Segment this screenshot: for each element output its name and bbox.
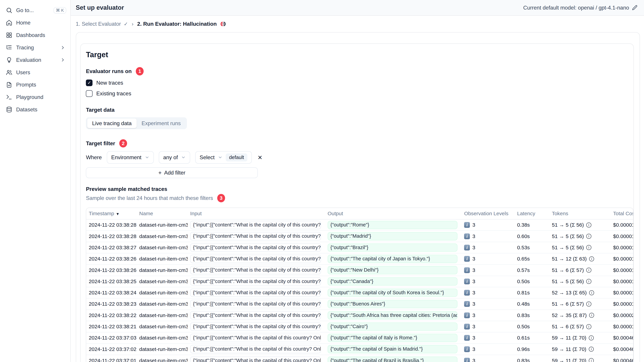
col-name[interactable]: Name: [137, 211, 188, 216]
input-chip[interactable]: {"input":[{"content":"What is the capita…: [190, 244, 321, 252]
output-chip[interactable]: {"output":"Cairo"}: [328, 323, 458, 331]
table-row[interactable]: 2024-11-22 03:38:22 dataset-run-item-cm3…: [86, 310, 633, 321]
output-chip[interactable]: {"output":"The capital of Brazil is Bras…: [328, 357, 458, 362]
table-row[interactable]: 2024-11-22 03:38:24 dataset-run-item-cm3…: [86, 287, 633, 299]
input-chip[interactable]: {"input":[{"content":"What is the capita…: [190, 345, 321, 353]
go-to-search[interactable]: Go to... ⌘ K: [0, 4, 70, 16]
col-tokens[interactable]: Tokens: [550, 211, 611, 216]
cell-observation-levels: i 3: [462, 313, 515, 318]
evaluation-icon: [6, 57, 12, 63]
info-circle-icon[interactable]: i: [589, 358, 594, 362]
info-circle-icon[interactable]: i: [589, 336, 594, 340]
input-chip[interactable]: {"input":[{"content":"What is the capita…: [190, 357, 321, 362]
output-chip[interactable]: {"output":"Madrid"}: [328, 232, 458, 240]
add-filter-button[interactable]: + Add filter: [86, 167, 258, 178]
tab-live-tracing-data[interactable]: Live tracing data: [87, 118, 137, 128]
table-row[interactable]: 2024-11-22 03:38:28 dataset-run-item-cm3…: [86, 220, 633, 231]
table-row[interactable]: 2024-11-22 03:37:01 dataset-run-item-cm3…: [86, 355, 633, 362]
input-chip[interactable]: {"input":[{"content":"What is the capita…: [190, 323, 321, 331]
output-chip[interactable]: {"output":"Canada"}: [328, 277, 458, 286]
input-chip[interactable]: {"input":[{"content":"What is the capita…: [190, 277, 321, 286]
input-chip[interactable]: {"input":[{"content":"What is the capita…: [190, 300, 321, 308]
cell-timestamp: 2024-11-22 03:38:26: [86, 267, 137, 273]
sidebar-item-dashboards[interactable]: Dashboards: [0, 29, 70, 41]
checkbox-checked-icon[interactable]: ✓: [86, 79, 92, 86]
table-row[interactable]: 2024-11-22 03:38:25 dataset-run-item-cm3…: [86, 276, 633, 287]
sidebar-item-datasets[interactable]: Datasets: [0, 103, 70, 116]
breadcrumb-step-1[interactable]: 1. Select Evaluator ✓: [76, 21, 128, 27]
datasets-icon: [6, 106, 12, 113]
info-circle-icon[interactable]: i: [586, 234, 591, 239]
col-total-cost[interactable]: Total Cost: [610, 211, 633, 216]
cell-input: {"input":[{"content":"What is the capita…: [188, 311, 325, 320]
col-input[interactable]: Input: [188, 211, 325, 216]
checkbox-existing-traces[interactable]: Existing traces: [86, 90, 633, 97]
info-circle-icon[interactable]: i: [586, 302, 591, 307]
remove-filter-icon[interactable]: ✕: [257, 154, 263, 161]
cell-tokens: 51 → 5 (Σ 56) i: [550, 279, 611, 284]
output-chip[interactable]: {"output":"The capital of Spain is Madri…: [328, 345, 458, 353]
cell-timestamp: 2024-11-22 03:38:25: [86, 279, 137, 284]
output-chip[interactable]: {"output":"South Africa has three capita…: [328, 311, 458, 320]
output-chip[interactable]: {"output":"The capital city of South Kor…: [328, 289, 458, 297]
info-circle-icon[interactable]: i: [589, 347, 594, 352]
info-circle-icon[interactable]: i: [586, 223, 591, 228]
checkbox-unchecked-icon[interactable]: [86, 90, 92, 97]
input-chip[interactable]: {"input":[{"content":"What is the capita…: [190, 334, 321, 342]
col-timestamp[interactable]: Timestamp▼: [86, 211, 137, 216]
filter-column-select[interactable]: Environment: [107, 151, 154, 164]
col-output[interactable]: Output: [325, 211, 462, 216]
table-row[interactable]: 2024-11-22 03:38:28 dataset-run-item-cm3…: [86, 231, 633, 242]
input-chip[interactable]: {"input":[{"content":"What is the capita…: [190, 221, 321, 229]
output-chip[interactable]: {"output":"The capital of Italy is Rome.…: [328, 334, 458, 342]
col-latency[interactable]: Latency: [515, 211, 550, 216]
input-chip[interactable]: {"input":[{"content":"What is the capita…: [190, 266, 321, 274]
info-circle-icon[interactable]: i: [586, 324, 591, 329]
info-circle-icon[interactable]: i: [586, 268, 591, 273]
table-row[interactable]: 2024-11-22 03:37:03 dataset-run-item-cm3…: [86, 332, 633, 344]
info-circle-icon[interactable]: i: [589, 290, 594, 295]
cell-name: dataset-run-item-cm3s4: [137, 279, 188, 284]
table-row[interactable]: 2024-11-22 03:38:26 dataset-run-item-cm3…: [86, 265, 633, 276]
cell-output: {"output":"Rome"}: [325, 221, 462, 229]
tab-experiment-runs[interactable]: Experiment runs: [137, 118, 186, 128]
info-circle-icon[interactable]: i: [589, 313, 594, 318]
input-chip[interactable]: {"input":[{"content":"What is the capita…: [190, 255, 321, 263]
table-row[interactable]: 2024-11-22 03:38:21 dataset-run-item-cm3…: [86, 321, 633, 332]
sidebar-item-users[interactable]: Users: [0, 66, 70, 79]
edit-model-icon[interactable]: [632, 5, 638, 10]
sidebar-item-prompts[interactable]: Prompts: [0, 79, 70, 91]
input-chip[interactable]: {"input":[{"content":"What is the capita…: [190, 289, 321, 297]
breadcrumb-separator-icon: ›: [132, 21, 134, 27]
sidebar-item-tracing[interactable]: Tracing: [0, 41, 70, 54]
info-circle-icon[interactable]: i: [586, 245, 591, 250]
cell-latency: 0.61s: [515, 335, 550, 341]
output-chip[interactable]: {"output":"New Delhi"}: [328, 266, 458, 274]
breadcrumb-step-2[interactable]: 2. Run Evaluator: Hallucination: [137, 20, 226, 27]
chevron-down-icon: [145, 155, 150, 160]
input-chip[interactable]: {"input":[{"content":"What is the capita…: [190, 232, 321, 240]
cell-output: {"output":"The capital of Spain is Madri…: [325, 345, 462, 353]
cell-total-cost: $0.00046 (: [610, 346, 633, 352]
table-row[interactable]: 2024-11-22 03:38:26 dataset-run-item-cm3…: [86, 253, 633, 265]
table-row[interactable]: 2024-11-22 03:38:27 dataset-run-item-cm3…: [86, 242, 633, 253]
table-row[interactable]: 2024-11-22 03:37:02 dataset-run-item-cm3…: [86, 344, 633, 355]
cell-input: {"input":[{"content":"What is the capita…: [188, 244, 325, 252]
checkbox-new-traces[interactable]: ✓ New traces: [86, 79, 633, 86]
filter-value-select[interactable]: Select default: [195, 151, 252, 164]
info-circle-icon[interactable]: i: [589, 256, 594, 261]
output-chip[interactable]: {"output":"The capital city of Japan is …: [328, 255, 458, 263]
default-model-label: Current default model: openai / gpt-4.1-…: [523, 4, 629, 11]
cell-output: {"output":"Canada"}: [325, 277, 462, 286]
output-chip[interactable]: {"output":"Buenos Aires"}: [328, 300, 458, 308]
sidebar-item-evaluation[interactable]: Evaluation: [0, 54, 70, 66]
filter-operator-select[interactable]: any of: [159, 151, 190, 164]
col-observation-levels[interactable]: Observation Levels: [462, 211, 515, 216]
output-chip[interactable]: {"output":"Brazil"}: [328, 244, 458, 252]
sidebar-item-playground[interactable]: Playground: [0, 91, 70, 103]
output-chip[interactable]: {"output":"Rome"}: [328, 221, 458, 229]
table-row[interactable]: 2024-11-22 03:38:23 dataset-run-item-cm3…: [86, 299, 633, 310]
input-chip[interactable]: {"input":[{"content":"What is the capita…: [190, 311, 321, 320]
info-circle-icon[interactable]: i: [586, 279, 591, 284]
sidebar-item-home[interactable]: Home: [0, 16, 70, 29]
